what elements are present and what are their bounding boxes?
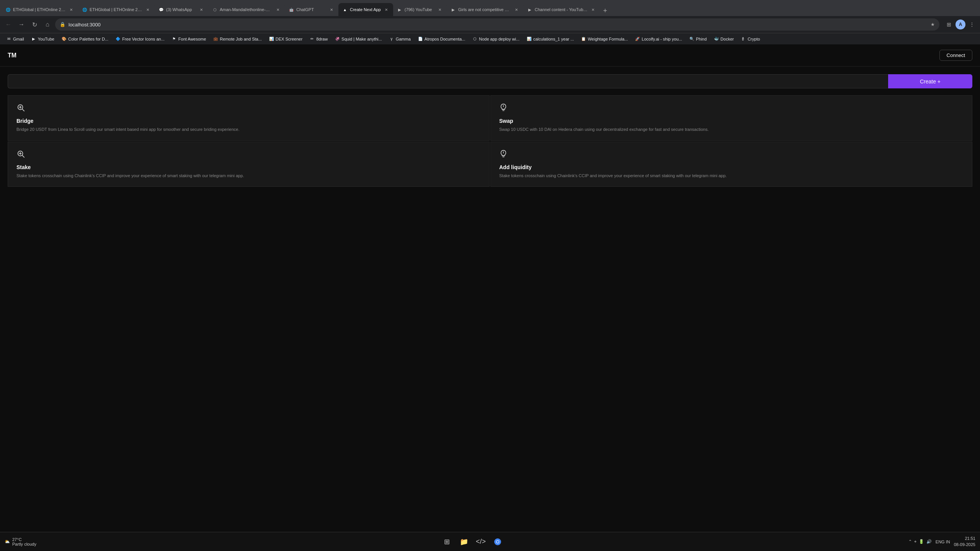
app-nav: TM Connect bbox=[0, 44, 980, 67]
tab-label: Girls are not competitive at ... bbox=[458, 7, 511, 12]
battery-icon[interactable]: 🔋 bbox=[919, 539, 924, 544]
bookmark-color-palettes-for-d[interactable]: 🎨Color Palettes for D... bbox=[58, 36, 111, 42]
nav-bar: ← → ↻ ⌂ 🔒 localhost:3000 ★ ⊞ A ⋮ bbox=[0, 16, 980, 33]
browser-tab-tab5[interactable]: 🤖 ChatGPT ✕ bbox=[285, 3, 338, 16]
volume-icon[interactable]: 🔊 bbox=[926, 539, 932, 544]
browser-tab-tab7[interactable]: ▶ (796) YouTube ✕ bbox=[393, 3, 447, 16]
bookmark-phind[interactable]: 🔍Phind bbox=[686, 36, 710, 42]
start-button[interactable]: ⊞ bbox=[441, 535, 454, 548]
back-button[interactable]: ← bbox=[3, 19, 14, 30]
card-title-stake: Stake bbox=[16, 164, 481, 170]
tab-favicon: ▶ bbox=[397, 7, 402, 12]
weather-icon: ⛅ bbox=[5, 539, 10, 544]
card-icon-bridge bbox=[16, 103, 481, 114]
tab-close[interactable]: ✕ bbox=[437, 7, 443, 13]
bookmark-gamma[interactable]: γGamma bbox=[386, 36, 414, 42]
tab-bar: 🌐 ETHGlobal | ETHOnline 2024 ✕ 🌐 ETHGlob… bbox=[0, 0, 980, 16]
tab-close[interactable]: ✕ bbox=[198, 7, 204, 13]
profile-avatar: A bbox=[956, 20, 965, 29]
cards-grid: Bridge Bridge 20 USDT from Linea to Scro… bbox=[8, 95, 972, 187]
taskbar-right: ⌃ ⌖ 🔋 🔊 ENG IN 21:51 08-09-2025 bbox=[908, 536, 975, 548]
tab-label: (796) YouTube bbox=[405, 7, 434, 12]
card-title-bridge: Bridge bbox=[16, 118, 481, 124]
search-input[interactable] bbox=[8, 74, 888, 88]
svg-line-1 bbox=[22, 109, 24, 111]
browser-tab-tab9[interactable]: ▶ Channel content - YouTube St... ✕ bbox=[523, 3, 600, 16]
date-display: 08-09-2025 bbox=[954, 542, 975, 548]
browser-tab-tab4[interactable]: ⬡ Aman-Mandal/ethonline-mini... ✕ bbox=[208, 3, 285, 16]
browser-chrome: 🌐 ETHGlobal | ETHOnline 2024 ✕ 🌐 ETHGlob… bbox=[0, 0, 980, 44]
bookmark-font-awesome[interactable]: ⚑Font Awesome bbox=[168, 36, 209, 42]
bookmark-locolfyai---ship-you[interactable]: 🚀Locolfy.ai - ship you... bbox=[632, 36, 685, 42]
bookmark-atropos-documenta[interactable]: 📄Atropos Documenta... bbox=[415, 36, 468, 42]
connect-button[interactable]: Connect bbox=[939, 50, 972, 61]
browser-tab-tab8[interactable]: ▶ Girls are not competitive at ... ✕ bbox=[447, 3, 523, 16]
card-icon-swap bbox=[499, 103, 964, 114]
extensions-icon[interactable]: ⊞ bbox=[944, 20, 954, 29]
address-text: localhost:3000 bbox=[69, 22, 928, 28]
card-stake[interactable]: Stake Stake tokens crosschain using Chai… bbox=[8, 142, 490, 187]
tab-label: ETHGlobal | ETHOnline 2024 bbox=[13, 7, 66, 12]
language-indicator: ENG IN bbox=[936, 540, 950, 544]
bookmarks-bar: ✉Gmail▶YouTube🎨Color Palettes for D...🔷F… bbox=[0, 33, 980, 44]
bookmark-crypto[interactable]: ₿Crypto bbox=[738, 36, 763, 42]
tab-favicon: ▶ bbox=[451, 7, 456, 12]
tab-close[interactable]: ✕ bbox=[513, 7, 519, 13]
file-explorer-icon[interactable]: 📁 bbox=[457, 535, 470, 548]
card-icon-stake bbox=[16, 150, 481, 160]
tab-close[interactable]: ✕ bbox=[328, 7, 335, 13]
tab-close[interactable]: ✕ bbox=[68, 7, 74, 13]
bookmark-youtube[interactable]: ▶YouTube bbox=[28, 36, 57, 42]
home-button[interactable]: ⌂ bbox=[42, 19, 53, 30]
tab-close[interactable]: ✕ bbox=[145, 7, 151, 13]
tab-favicon: ▶ bbox=[527, 7, 532, 12]
wifi-icon[interactable]: ⌖ bbox=[914, 539, 916, 544]
weather-desc: Partly cloudy bbox=[12, 542, 36, 546]
account-icon[interactable]: A bbox=[956, 20, 965, 29]
menu-icon[interactable]: ⋮ bbox=[967, 20, 977, 29]
card-desc-stake: Stake tokens crosschain using Chainlink'… bbox=[16, 173, 481, 179]
app-logo: TM bbox=[8, 52, 16, 59]
tab-label: ChatGPT bbox=[296, 7, 326, 12]
address-bar[interactable]: 🔒 localhost:3000 ★ bbox=[55, 18, 939, 31]
forward-button[interactable]: → bbox=[16, 19, 27, 30]
bookmark-8draw[interactable]: ✏8draw bbox=[306, 36, 331, 42]
bookmark-remote-job-and-sta[interactable]: 💼Remote Job and Sta... bbox=[210, 36, 265, 42]
bookmark-free-vector-icons-an[interactable]: 🔷Free Vector Icons an... bbox=[112, 36, 168, 42]
vscode-icon[interactable]: </> bbox=[474, 535, 487, 548]
tab-label: (3) WhatsApp bbox=[166, 7, 196, 12]
card-add-liquidity[interactable]: Add liquidity Stake tokens crosschain us… bbox=[490, 142, 972, 187]
bookmark-squid--make-anythi[interactable]: 🦑Squid | Make anythi... bbox=[332, 36, 385, 42]
card-swap[interactable]: Swap Swap 10 USDC with 10 DAI on Hedera … bbox=[490, 95, 972, 141]
main-content: Create + Bridge Bridge 20 USDT from Line… bbox=[0, 67, 980, 551]
expand-icon[interactable]: ⌃ bbox=[908, 539, 912, 544]
bookmark-calculations1-year-[interactable]: 📊calculations_1 year ... bbox=[523, 36, 577, 42]
bookmark-docker[interactable]: 🐳Docker bbox=[710, 36, 737, 42]
browser-tab-tab6[interactable]: ▲ Create Next App ✕ bbox=[338, 3, 393, 16]
app-container: TM Connect Create + Bridge Bridge 20 USD… bbox=[0, 44, 980, 551]
bookmark-dex-screener[interactable]: 📊DEX Screener bbox=[266, 36, 305, 42]
time-display: 21:51 bbox=[954, 536, 975, 541]
browser-tab-tab2[interactable]: 🌐 ETHGlobal | ETHOnline 2024 ✕ bbox=[78, 3, 155, 16]
bookmark-gmail[interactable]: ✉Gmail bbox=[3, 36, 27, 42]
card-title-add-liquidity: Add liquidity bbox=[499, 164, 964, 170]
tab-label: Aman-Mandal/ethonline-mini... bbox=[220, 7, 273, 12]
bookmark-weightage-formula[interactable]: 📋Weightage Formula... bbox=[578, 36, 631, 42]
tab-favicon: 💬 bbox=[158, 7, 164, 12]
chrome-icon[interactable] bbox=[491, 535, 504, 548]
tab-close[interactable]: ✕ bbox=[383, 7, 389, 13]
card-bridge[interactable]: Bridge Bridge 20 USDT from Linea to Scro… bbox=[8, 95, 490, 141]
tab-close[interactable]: ✕ bbox=[590, 7, 596, 13]
weather-temp: 27°C bbox=[12, 537, 36, 542]
create-button[interactable]: Create + bbox=[888, 74, 972, 88]
new-tab-button[interactable]: + bbox=[600, 5, 611, 16]
browser-tab-tab1[interactable]: 🌐 ETHGlobal | ETHOnline 2024 ✕ bbox=[2, 3, 78, 16]
bookmark-node-app-deploy-wi[interactable]: ⬡Node app deploy wi... bbox=[469, 36, 523, 42]
taskbar-left: ⛅ 27°C Partly cloudy bbox=[5, 537, 36, 546]
tab-close[interactable]: ✕ bbox=[275, 7, 281, 13]
browser-tab-tab3[interactable]: 💬 (3) WhatsApp ✕ bbox=[155, 3, 208, 16]
reload-button[interactable]: ↻ bbox=[29, 19, 40, 30]
tab-favicon: 🌐 bbox=[5, 7, 11, 12]
tab-favicon: 🌐 bbox=[82, 7, 87, 12]
card-icon-add-liquidity bbox=[499, 150, 964, 160]
